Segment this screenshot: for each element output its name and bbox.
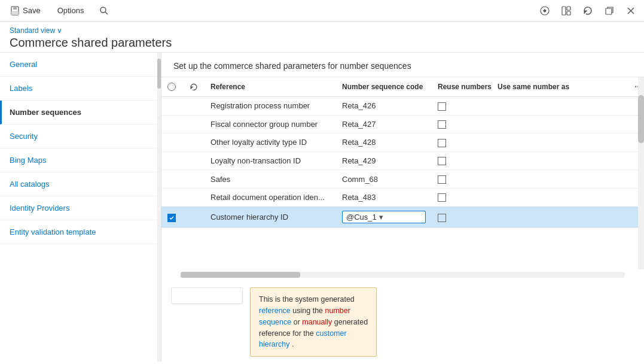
sidebar-item-all-catalogs[interactable]: All catalogs	[0, 172, 161, 196]
sidebar-item-security[interactable]: Security	[0, 125, 161, 148]
table-row: Loyalty non-transaction ID Reta_429	[161, 151, 644, 170]
table-row: Safes Comm_68	[161, 170, 644, 189]
dropdown-arrow-icon: ▾	[379, 213, 383, 222]
page-title: Commerce shared parameters	[10, 36, 634, 50]
vertical-scrollbar-thumb[interactable]	[638, 95, 644, 143]
table-wrapper[interactable]: Reference Number sequence code Reuse num…	[161, 77, 644, 269]
code-cell[interactable]: Reta_429	[336, 151, 432, 170]
search-button[interactable]	[96, 2, 112, 19]
svg-line-4	[105, 12, 108, 14]
ref-cell[interactable]: Fiscal connector group number	[205, 115, 336, 134]
sidebar-item-general[interactable]: General	[0, 53, 161, 77]
svg-rect-1	[13, 7, 17, 10]
close-icon-button[interactable]	[622, 2, 639, 19]
number-sequences-table: Reference Number sequence code Reuse num…	[161, 77, 644, 228]
save-label: Save	[23, 6, 41, 15]
horizontal-scrollbar[interactable]	[181, 272, 625, 278]
reuse-checkbox[interactable]	[438, 139, 446, 147]
save-icon	[10, 5, 20, 16]
options-label: Options	[57, 6, 84, 15]
main-layout: General Labels Number sequences Security…	[0, 53, 644, 362]
reuse-checkbox[interactable]	[438, 193, 446, 202]
save-button[interactable]: Save	[5, 3, 45, 19]
content-area: Set up the commerce shared parameters fo…	[161, 53, 644, 362]
ref-cell[interactable]: Loyalty non-transaction ID	[205, 151, 336, 170]
content-description: Set up the commerce shared parameters fo…	[161, 53, 644, 77]
bottom-area: This is the system generated reference u…	[161, 283, 644, 362]
reuse-checkbox[interactable]	[438, 175, 446, 184]
code-cell[interactable]: Reta_483	[336, 188, 432, 207]
sidebar-item-bing-maps[interactable]: Bing Maps	[0, 148, 161, 172]
reuse-checkbox[interactable]	[438, 102, 446, 111]
table-row: Fiscal connector group number Reta_427	[161, 115, 644, 134]
ref-cell[interactable]: Safes	[205, 170, 336, 189]
sidebar: General Labels Number sequences Security…	[0, 53, 161, 362]
tooltip-box: This is the system generated reference u…	[250, 287, 377, 357]
svg-rect-9	[606, 8, 612, 14]
horizontal-scrollbar-container	[161, 269, 644, 283]
chevron-down-icon: ∨	[57, 26, 62, 35]
code-cell[interactable]: Reta_427	[336, 115, 432, 134]
col-header-reuse: Reuse numbers	[432, 77, 492, 97]
col-header-refresh	[183, 77, 205, 97]
restore-icon-button[interactable]	[601, 2, 618, 19]
reuse-checkbox-selected[interactable]	[438, 214, 446, 222]
table-row: Registration process number Reta_426	[161, 97, 644, 116]
svg-rect-7	[567, 7, 570, 10]
ref-cell-selected[interactable]: Customer hierarchy ID	[205, 207, 336, 228]
horizontal-scrollbar-thumb[interactable]	[181, 272, 300, 278]
sidebar-item-entity-validation[interactable]: Entity validation template	[0, 220, 161, 244]
refresh-col-icon[interactable]	[189, 82, 199, 92]
row-select-checkbox[interactable]	[167, 214, 176, 222]
code-cell[interactable]: Reta_426	[336, 97, 432, 116]
col-header-select	[161, 77, 183, 97]
page-header: Standard view ∨ Commerce shared paramete…	[0, 22, 644, 53]
code-cell[interactable]: Reta_428	[336, 134, 432, 152]
reuse-checkbox[interactable]	[438, 157, 446, 165]
code-cell[interactable]: Comm_68	[336, 170, 432, 189]
select-all-radio[interactable]	[167, 83, 176, 91]
vertical-scrollbar[interactable]	[638, 77, 644, 269]
panels-icon-button[interactable]	[558, 2, 575, 19]
new-record-button[interactable]	[171, 287, 243, 304]
reuse-checkbox[interactable]	[438, 120, 446, 129]
title-bar: Save Options	[0, 0, 644, 22]
sidebar-item-labels[interactable]: Labels	[0, 77, 161, 101]
sidebar-item-number-sequences[interactable]: Number sequences	[0, 101, 161, 125]
svg-rect-8	[567, 11, 570, 15]
table-row: Retail document operation iden... Reta_4…	[161, 188, 644, 207]
magic-icon-button[interactable]	[536, 2, 553, 19]
col-header-reference: Reference	[205, 77, 336, 97]
sidebar-item-identity-providers[interactable]: Identity Providers	[0, 196, 161, 220]
ref-cell[interactable]: Retail document operation iden...	[205, 188, 336, 207]
table-header-row: Reference Number sequence code Reuse num…	[161, 77, 644, 97]
standard-view-dropdown[interactable]: Standard view ∨	[10, 26, 634, 35]
table-row: Other loyalty activity type ID Reta_428	[161, 134, 644, 152]
refresh-icon-button[interactable]	[579, 2, 596, 19]
ref-cell[interactable]: Other loyalty activity type ID	[205, 134, 336, 152]
col-header-same: Use same number as	[492, 77, 626, 97]
svg-point-3	[100, 7, 106, 13]
svg-rect-2	[11, 11, 19, 15]
options-button[interactable]: Options	[53, 4, 89, 17]
svg-rect-6	[562, 7, 566, 15]
table-row-selected: Customer hierarchy ID @Cus_1 ▾	[161, 207, 644, 228]
ref-cell[interactable]: Registration process number	[205, 97, 336, 116]
col-header-code: Number sequence code	[336, 77, 432, 97]
code-dropdown[interactable]: @Cus_1 ▾	[342, 211, 426, 223]
